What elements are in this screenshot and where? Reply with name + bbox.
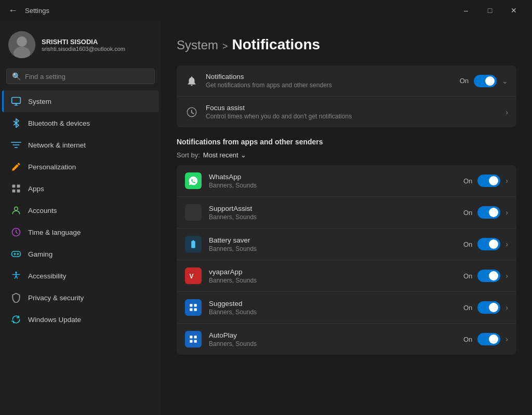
sidebar-item-label: Gaming (28, 250, 52, 258)
sidebar-item-time[interactable]: Time & language (2, 221, 159, 243)
sidebar-item-accounts[interactable]: Accounts (2, 199, 159, 221)
close-button[interactable]: ✕ (502, 2, 526, 19)
svg-rect-7 (17, 190, 20, 193)
profile-name: SRISHTI SISODIA (42, 38, 125, 46)
update-icon (10, 314, 22, 325)
app-item-battery[interactable]: Battery saver Banners, Sounds On › (177, 229, 516, 260)
breadcrumb-arrow: > (222, 41, 228, 52)
bluetooth-icon (10, 117, 22, 129)
setting-focus_assist[interactable]: Focus assist Control times when you do a… (177, 97, 516, 127)
app-toggle-label-supportassist: On (463, 209, 472, 217)
sidebar-item-network[interactable]: Network & internet (2, 134, 159, 156)
network-icon (10, 139, 22, 151)
apps-list-card: WhatsApp Banners, Sounds On › SupportAss… (177, 165, 516, 355)
sidebar-item-update[interactable]: Windows Update (2, 309, 159, 330)
app-icon-vyapar: V (185, 267, 202, 284)
profile-info: SRISHTI SISODIA srishti.sisodia1603@outl… (42, 38, 125, 52)
sidebar-item-system[interactable]: System (2, 90, 159, 112)
svg-point-8 (15, 207, 18, 210)
notifications-subtitle: Get notifications from apps and other se… (206, 82, 453, 89)
app-toggle-label-vyapar: On (463, 272, 472, 280)
svg-rect-5 (17, 185, 20, 188)
sidebar-item-label: Accessibility (28, 272, 66, 280)
svg-point-1 (17, 36, 27, 47)
titlebar-left: ← Settings (6, 4, 49, 17)
app-toggle-supportassist[interactable] (477, 206, 500, 219)
app-icon-supportassist (185, 204, 202, 221)
app-toggle-label-autoplay: On (463, 336, 472, 343)
focus_assist-icon (185, 105, 198, 119)
app-icon-battery (185, 236, 202, 252)
sort-value-text: Most recent (203, 151, 238, 159)
app-item-suggested[interactable]: Suggested Banners, Sounds On › (177, 292, 516, 324)
user-profile[interactable]: SRISHTI SISODIA srishti.sisodia1603@outl… (0, 21, 161, 69)
app-item-supportassist[interactable]: SupportAssist Banners, Sounds On › (177, 197, 516, 229)
sidebar-item-gaming[interactable]: Gaming (2, 243, 159, 265)
sidebar-item-label: Network & internet (28, 141, 86, 149)
app-name-battery: Battery saver (209, 236, 456, 244)
app-toggle-label-suggested: On (463, 304, 472, 312)
focus_assist-subtitle: Control times when you do and don't get … (206, 113, 498, 120)
app-toggle-autoplay[interactable] (477, 333, 500, 345)
apps-icon (10, 183, 22, 194)
sidebar-item-accessibility[interactable]: Accessibility (2, 265, 159, 287)
notifications-icon (185, 74, 198, 88)
sidebar-item-label: Windows Update (28, 316, 81, 324)
setting-notifications[interactable]: Notifications Get notifications from app… (177, 65, 516, 97)
app-name-whatsapp: WhatsApp (209, 173, 456, 181)
sidebar-item-apps[interactable]: Apps (2, 178, 159, 199)
sidebar-item-privacy[interactable]: Privacy & security (2, 287, 159, 309)
svg-rect-13 (190, 304, 192, 306)
sidebar-item-label: Privacy & security (28, 294, 84, 302)
app-item-autoplay[interactable]: AutoPlay Banners, Sounds On › (177, 324, 516, 355)
app-chevron-icon: › (506, 335, 508, 343)
personalization-icon (10, 161, 22, 172)
time-icon (10, 226, 22, 238)
back-button[interactable]: ← (6, 4, 20, 17)
app-item-vyapar[interactable]: V vyaparApp Banners, Sounds On › (177, 260, 516, 292)
app-chevron-icon: › (506, 272, 508, 280)
svg-rect-18 (194, 336, 197, 338)
sort-bar: Sort by: Most recent ⌄ (177, 151, 516, 159)
search-input[interactable] (25, 73, 149, 81)
apps-section-header: Notifications from apps and other sender… (177, 138, 516, 146)
sort-label: Sort by: (177, 151, 200, 159)
app-subtitle-vyapar: Banners, Sounds (209, 277, 456, 284)
accounts-icon (10, 205, 22, 216)
avatar (8, 31, 35, 58)
app-toggle-battery[interactable] (477, 238, 500, 250)
sidebar-item-personalization[interactable]: Personalization (2, 156, 159, 178)
app-chevron-icon: › (506, 208, 508, 217)
app-toggle-label-whatsapp: On (463, 177, 472, 185)
minimize-button[interactable]: – (454, 2, 478, 19)
privacy-icon (10, 292, 22, 303)
chevron-down-icon: ⌄ (502, 77, 508, 85)
app-name-vyapar: vyaparApp (209, 268, 456, 276)
app-name-autoplay: AutoPlay (209, 331, 456, 339)
app-icon-autoplay (185, 331, 202, 347)
main-content: System > Notifications Notifications Get… (161, 21, 532, 415)
search-box[interactable]: 🔍 (6, 69, 155, 84)
app-name-supportassist: SupportAssist (209, 205, 456, 212)
app-subtitle-supportassist: Banners, Sounds (209, 213, 456, 221)
app-subtitle-suggested: Banners, Sounds (209, 309, 456, 316)
app-chevron-icon: › (506, 240, 508, 248)
svg-rect-15 (190, 309, 192, 311)
app-toggle-whatsapp[interactable] (477, 175, 500, 187)
toggle-notifications[interactable] (474, 75, 497, 87)
sidebar-item-bluetooth[interactable]: Bluetooth & devices (2, 112, 159, 134)
system-icon (10, 96, 22, 107)
profile-email: srishti.sisodia1603@outlook.com (42, 46, 125, 52)
app-subtitle-autoplay: Banners, Sounds (209, 340, 456, 347)
page-header: System > Notifications (177, 36, 516, 53)
svg-rect-3 (12, 98, 21, 104)
app-toggle-vyapar[interactable] (477, 270, 500, 282)
app-toggle-suggested[interactable] (477, 301, 500, 314)
titlebar: ← Settings – □ ✕ (0, 0, 532, 21)
app-subtitle-battery: Banners, Sounds (209, 245, 456, 252)
maximize-button[interactable]: □ (478, 2, 502, 19)
app-item-whatsapp[interactable]: WhatsApp Banners, Sounds On › (177, 165, 516, 197)
sidebar-item-label: Time & language (28, 229, 81, 236)
sort-dropdown[interactable]: Most recent ⌄ (203, 151, 246, 159)
page-title: Notifications (232, 36, 321, 53)
